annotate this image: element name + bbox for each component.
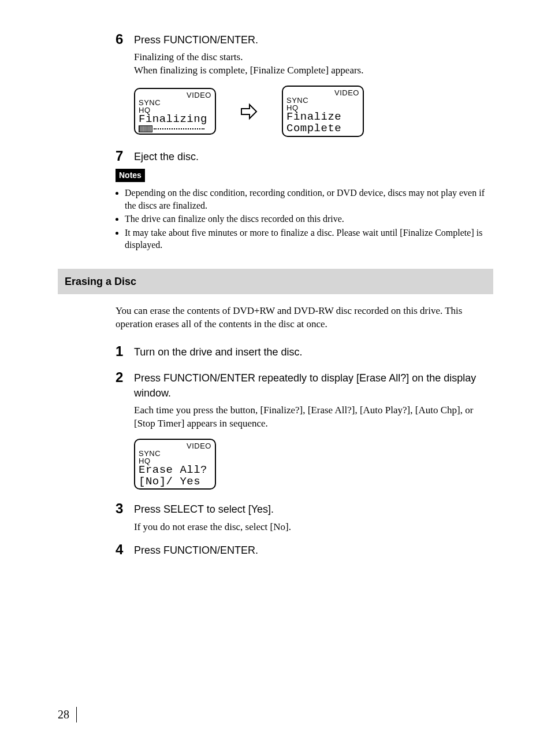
- step-title: Press FUNCTION/ENTER.: [134, 542, 258, 558]
- lcd-line1: Erase All?: [139, 465, 211, 476]
- step-number: 2: [116, 370, 132, 385]
- text-line: Finalizing of the disc starts.: [134, 51, 493, 64]
- lcd-finalizing-row: VIDEO SYNC HQ Finalizing VIDEO SYNC HQ F…: [134, 86, 493, 137]
- step-6-body: Finalizing of the disc starts. When fina…: [134, 51, 493, 77]
- lcd-video-label: VIDEO: [139, 91, 211, 99]
- lcd-sync-label: SYNC: [139, 450, 211, 457]
- lcd-erase-row: VIDEO SYNC HQ Erase All? [No]/ Yes: [134, 439, 493, 490]
- step-title: Turn on the drive and insert the disc.: [134, 344, 303, 360]
- step-3: 3 Press SELECT to select [Yes].: [58, 501, 493, 517]
- page-number: 28: [58, 707, 77, 722]
- text-line: When finalizing is complete, [Finalize C…: [134, 64, 493, 77]
- note-item: Depending on the disc condition, recordi…: [125, 187, 493, 212]
- lcd-sync-label: SYNC: [139, 99, 211, 106]
- step-3-body: If you do not erase the disc, select [No…: [134, 521, 493, 534]
- arrow-right-icon: [239, 102, 259, 121]
- step-2-body: Each time you press the button, [Finaliz…: [134, 404, 493, 431]
- lcd-after: VIDEO SYNC HQ Finalize Complete: [282, 86, 364, 137]
- notes-badge: Notes: [116, 169, 145, 182]
- text-line: Each time you press the button, [Finaliz…: [134, 404, 493, 431]
- step-4: 4 Press FUNCTION/ENTER.: [58, 542, 493, 558]
- step-2: 2 Press FUNCTION/ENTER repeatedly to dis…: [58, 370, 493, 400]
- lcd-before: VIDEO SYNC HQ Finalizing: [134, 88, 216, 135]
- note-item: The drive can finalize only the discs re…: [125, 213, 493, 225]
- progress-empty: [154, 128, 204, 129]
- step-number: 6: [116, 32, 132, 47]
- step-1: 1 Turn on the drive and insert the disc.: [58, 344, 493, 360]
- step-title: Press FUNCTION/ENTER repeatedly to displ…: [134, 370, 493, 400]
- text-line: If you do not erase the disc, select [No…: [134, 521, 493, 534]
- lcd-line1: Finalize: [286, 112, 359, 123]
- section-heading: Erasing a Disc: [58, 269, 493, 294]
- step-number: 4: [116, 542, 132, 557]
- progress-filled: [139, 125, 152, 132]
- step-6: 6 Press FUNCTION/ENTER.: [58, 32, 493, 47]
- lcd-video-label: VIDEO: [139, 442, 211, 450]
- lcd-progress: [139, 125, 211, 132]
- step-title: Press FUNCTION/ENTER.: [134, 32, 258, 47]
- step-title: Eject the disc.: [134, 149, 199, 164]
- lcd-line2: Complete: [286, 123, 359, 135]
- lcd-line2: [No]/ Yes: [139, 476, 211, 488]
- section-intro: You can erase the contents of DVD+RW and…: [116, 305, 493, 331]
- lcd-erase: VIDEO SYNC HQ Erase All? [No]/ Yes: [134, 439, 216, 490]
- notes-list: Depending on the disc condition, recordi…: [125, 187, 493, 251]
- step-7: 7 Eject the disc.: [58, 149, 493, 164]
- lcd-line1: Finalizing: [139, 114, 211, 125]
- step-number: 3: [116, 501, 132, 516]
- step-number: 7: [116, 149, 132, 164]
- step-number: 1: [116, 344, 132, 359]
- note-item: It may take about five minutes or more t…: [125, 227, 493, 251]
- step-title: Press SELECT to select [Yes].: [134, 501, 274, 517]
